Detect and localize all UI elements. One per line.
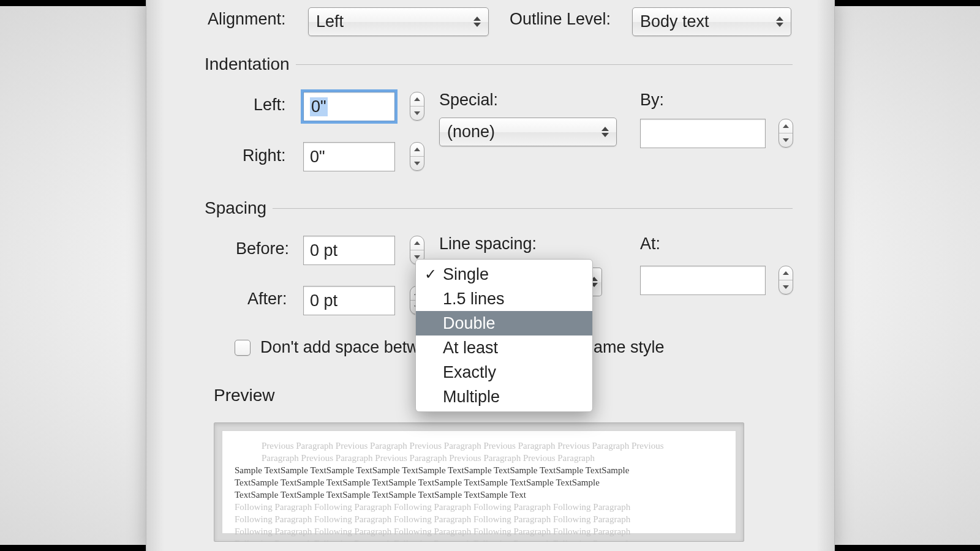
line-spacing-option[interactable]: ✓Single: [416, 262, 592, 287]
preview-next-line: Following Paragraph Following Paragraph …: [235, 525, 723, 538]
outline-level-label: Outline Level:: [510, 10, 611, 29]
line-spacing-option-label: Double: [443, 314, 496, 333]
line-spacing-option-label: At least: [443, 339, 498, 358]
line-spacing-option[interactable]: At least: [416, 335, 592, 360]
preview-current-line: TextSample TextSample TextSample TextSam…: [235, 476, 723, 489]
divider: [273, 208, 793, 209]
preview-heading: Preview: [214, 386, 275, 405]
stepper-up-icon[interactable]: [410, 143, 424, 157]
stepper-down-icon[interactable]: [410, 107, 424, 120]
indent-left-input[interactable]: 0": [303, 92, 395, 121]
indent-by-input[interactable]: [640, 119, 766, 148]
indent-left-value: 0": [310, 97, 328, 116]
preview-current-line: TextSample TextSample TextSample TextSam…: [235, 489, 723, 501]
line-spacing-option[interactable]: Exactly: [416, 360, 592, 384]
preview-inner: Previous Paragraph Previous Paragraph Pr…: [222, 430, 736, 534]
outline-level-select[interactable]: Body text: [632, 7, 791, 36]
check-icon: ✓: [424, 266, 437, 283]
line-spacing-option[interactable]: 1.5 lines: [416, 287, 592, 311]
stepper-up-icon[interactable]: [410, 92, 424, 107]
spacing-after-label: After:: [247, 290, 287, 309]
stepper-down-icon[interactable]: [410, 157, 424, 170]
spacing-before-input[interactable]: 0 pt: [303, 236, 395, 265]
preview-prev-line: Previous Paragraph Previous Paragraph Pr…: [235, 440, 723, 452]
alignment-label: Alignment:: [208, 10, 286, 29]
line-spacing-option-label: Single: [443, 265, 489, 284]
preview-box: Previous Paragraph Previous Paragraph Pr…: [214, 422, 744, 542]
spacing-before-label: Before:: [236, 239, 289, 258]
alignment-value: Left: [316, 12, 344, 31]
updown-arrows-icon: [473, 17, 481, 27]
indent-right-stepper[interactable]: [410, 142, 424, 171]
indent-left-stepper[interactable]: [410, 92, 424, 121]
line-spacing-dropdown[interactable]: ✓Single1.5 linesDoubleAt leastExactlyMul…: [415, 259, 593, 412]
outline-level-value: Body text: [640, 12, 709, 31]
stepper-down-icon[interactable]: [779, 133, 793, 147]
line-spacing-option-label: 1.5 lines: [443, 290, 505, 309]
preview-prev-line: Paragraph Previous Paragraph Previous Pa…: [235, 452, 723, 464]
stepper-up-icon[interactable]: [779, 266, 793, 280]
indent-by-stepper[interactable]: [778, 119, 793, 148]
line-spacing-option-label: Multiple: [443, 388, 500, 407]
indent-by-label: By:: [640, 91, 664, 110]
indentation-heading: Indentation: [205, 54, 290, 74]
spacing-after-input[interactable]: 0 pt: [303, 286, 395, 315]
spacing-after-value: 0 pt: [310, 291, 337, 310]
updown-arrows-icon: [776, 17, 783, 27]
alignment-select[interactable]: Left: [308, 7, 489, 36]
line-spacing-option-label: Exactly: [443, 363, 496, 382]
indent-special-label: Special:: [439, 91, 498, 110]
spacing-at-stepper[interactable]: [778, 266, 793, 294]
indent-right-value: 0": [310, 148, 325, 167]
indent-special-value: (none): [447, 122, 495, 141]
stepper-up-icon[interactable]: [410, 236, 424, 250]
stepper-up-icon[interactable]: [779, 119, 793, 133]
spacing-before-value: 0 pt: [310, 241, 337, 260]
divider: [296, 64, 793, 65]
indent-left-label: Left:: [254, 96, 286, 114]
line-spacing-option[interactable]: Double: [416, 311, 592, 335]
indent-special-select[interactable]: (none): [439, 118, 617, 146]
spacing-at-label: At:: [640, 234, 660, 253]
dont-add-space-checkbox[interactable]: [235, 340, 251, 356]
line-spacing-label: Line spacing:: [439, 234, 537, 253]
preview-next-line: Following Paragraph Following Paragraph …: [235, 501, 723, 513]
indent-right-label: Right:: [243, 146, 286, 165]
preview-current-line: Sample TextSample TextSample TextSample …: [235, 464, 723, 476]
spacing-at-input[interactable]: [640, 266, 766, 295]
updown-arrows-icon: [601, 127, 609, 137]
stepper-down-icon[interactable]: [779, 280, 793, 294]
line-spacing-option[interactable]: Multiple: [416, 384, 592, 409]
spacing-heading: Spacing: [205, 198, 266, 218]
preview-next-line: Following Paragraph Following Paragraph …: [235, 538, 723, 542]
preview-next-line: Following Paragraph Following Paragraph …: [235, 513, 723, 525]
indent-right-input[interactable]: 0": [303, 142, 395, 171]
